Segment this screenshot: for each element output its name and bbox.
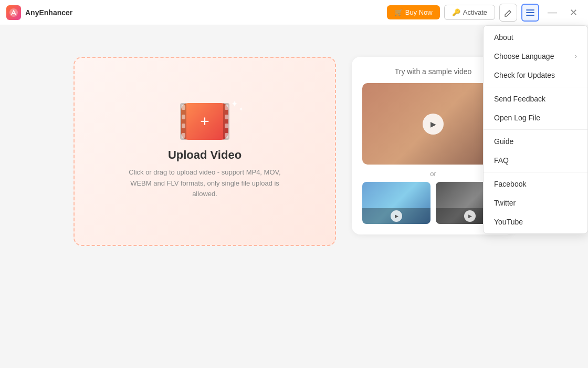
menu-item-send-feedback[interactable]: Send Feedback xyxy=(484,89,587,108)
sparkle-icon: ✦ xyxy=(231,99,238,109)
menu-button[interactable] xyxy=(521,4,539,22)
menu-item-open-log-file[interactable]: Open Log File xyxy=(484,108,587,127)
play-small-icon[interactable]: ▶ xyxy=(391,210,402,222)
upload-description: Click or drag to upload video - support … xyxy=(121,167,289,200)
film-hole xyxy=(225,133,228,138)
buy-now-button[interactable]: 🛒 Buy Now xyxy=(387,5,440,19)
menu-item-guide[interactable]: Guide xyxy=(484,132,587,151)
menu-divider xyxy=(484,172,587,172)
film-hole xyxy=(225,115,228,119)
thumb-overlay-2: ▶ xyxy=(362,208,430,224)
edit-icon-button[interactable] xyxy=(499,4,517,22)
close-button[interactable]: ✕ xyxy=(565,5,582,21)
titlebar: AnyEnhancer 🛒 Buy Now 🔑 Activate — ✕ xyxy=(0,0,588,25)
upload-icon-wrap: + ✦ ✦ xyxy=(181,103,228,140)
menu-item-twitter[interactable]: Twitter xyxy=(484,193,587,212)
film-hole xyxy=(182,133,185,138)
sample-video-2[interactable]: ▶ xyxy=(362,182,430,224)
activate-button[interactable]: 🔑 Activate xyxy=(444,5,495,20)
menu-item-check-updates[interactable]: Check for Updates xyxy=(484,66,587,85)
play-button[interactable]: ▶ xyxy=(423,114,444,135)
menu-item-youtube[interactable]: YouTube xyxy=(484,212,587,231)
sparkle-icon-small: ✦ xyxy=(239,106,243,112)
upload-icon: + xyxy=(181,103,228,140)
chevron-right-icon: › xyxy=(575,53,577,60)
film-strip-left xyxy=(180,103,186,140)
cart-icon: 🛒 xyxy=(394,8,403,16)
upload-title: Upload Video xyxy=(168,148,242,162)
upload-panel[interactable]: + ✦ ✦ Upload Video Click or drag to uplo… xyxy=(74,57,336,246)
titlebar-actions: 🛒 Buy Now 🔑 Activate — ✕ xyxy=(387,4,582,22)
menu-item-facebook[interactable]: Facebook xyxy=(484,175,587,193)
menu-item-faq[interactable]: FAQ xyxy=(484,151,587,170)
film-hole xyxy=(225,105,228,110)
plus-icon: + xyxy=(200,113,209,130)
minimize-button[interactable]: — xyxy=(543,5,561,20)
menu-item-about[interactable]: About xyxy=(484,28,587,47)
film-hole xyxy=(225,124,228,128)
app-logo xyxy=(6,5,21,20)
app-name: AnyEnhancer xyxy=(25,8,72,17)
menu-divider xyxy=(484,129,587,130)
film-strip-right xyxy=(223,103,229,140)
key-icon: 🔑 xyxy=(452,8,460,16)
dropdown-menu: AboutChoose Language›Check for UpdatesSe… xyxy=(483,25,588,234)
film-hole xyxy=(182,124,185,128)
film-hole xyxy=(182,105,185,110)
film-hole xyxy=(182,115,185,119)
menu-divider xyxy=(484,87,587,87)
menu-item-choose-language[interactable]: Choose Language› xyxy=(484,47,587,66)
app-branding: AnyEnhancer xyxy=(6,5,72,20)
play-small-icon-2[interactable]: ▶ xyxy=(464,210,476,222)
